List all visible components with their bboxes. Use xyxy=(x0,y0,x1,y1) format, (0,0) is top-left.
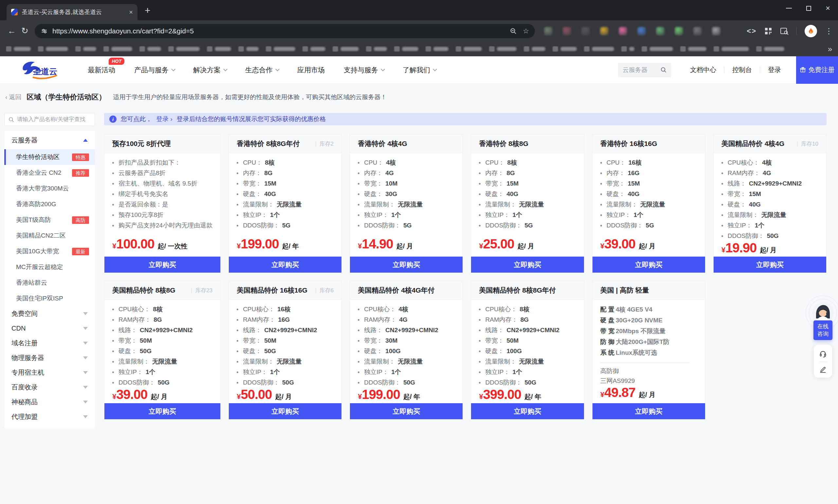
sidebar-group-0[interactable]: 免费空间 xyxy=(4,306,95,321)
buy-now-button[interactable]: 立即购买 xyxy=(229,256,341,273)
bookmark-item[interactable] xyxy=(584,46,614,52)
buy-now-button[interactable]: 立即购买 xyxy=(229,403,341,419)
sidebar-item-4[interactable]: 美国T级高防高防 xyxy=(4,212,95,228)
back-link[interactable]: ‹ 返回 xyxy=(5,93,22,102)
qr-extension-icon[interactable] xyxy=(764,27,772,35)
sidebar-group-cloud-server[interactable]: 云服务器 xyxy=(4,131,95,149)
buy-now-button[interactable]: 立即购买 xyxy=(350,403,463,419)
bookmark-item[interactable] xyxy=(333,46,359,52)
extension-icon[interactable] xyxy=(693,27,702,35)
bookmark-item[interactable] xyxy=(266,46,295,52)
back-icon[interactable]: ← xyxy=(5,26,18,36)
buy-now-button[interactable]: 立即购买 xyxy=(104,403,220,419)
reading-mode-icon[interactable] xyxy=(780,27,788,35)
sidebar-item-1[interactable]: 香港企业云 CN2推荐 xyxy=(4,165,95,181)
sidebar-item-5[interactable]: 美国精品CN2二区 xyxy=(4,228,95,244)
service-agent-avatar[interactable] xyxy=(813,303,833,323)
buy-now-button[interactable]: 立即购买 xyxy=(592,403,705,419)
buy-now-button[interactable]: 立即购买 xyxy=(104,256,220,273)
sidebar-item-9[interactable]: 美国住宅IP双ISP xyxy=(4,291,95,306)
header-search[interactable] xyxy=(618,63,671,77)
bookmark-item[interactable] xyxy=(489,46,517,52)
bookmark-item[interactable] xyxy=(524,46,545,52)
sidebar-group-2[interactable]: 域名注册 xyxy=(4,336,95,350)
sidebar-search-input[interactable] xyxy=(17,116,91,123)
bookmark-item[interactable] xyxy=(756,46,784,52)
sidebar-group-5[interactable]: 百度收录 xyxy=(4,380,95,395)
extension-icon[interactable] xyxy=(675,27,683,35)
bookmark-item[interactable] xyxy=(38,46,68,52)
register-button[interactable]: 免费注册 xyxy=(796,56,838,84)
tab-close-icon[interactable]: × xyxy=(129,8,133,16)
extension-icon[interactable] xyxy=(712,27,720,35)
header-link-1[interactable]: 控制台 xyxy=(725,66,760,74)
bookmark-item[interactable] xyxy=(75,46,96,52)
sidebar-group-7[interactable]: 代理加盟 xyxy=(4,410,95,424)
buy-now-button[interactable]: 立即购买 xyxy=(471,256,584,273)
bookmark-item[interactable] xyxy=(6,46,31,52)
sidebar-group-1[interactable]: CDN xyxy=(4,321,95,336)
pencil-icon[interactable] xyxy=(819,366,826,373)
nav-item-5[interactable]: 支持与服务 xyxy=(344,66,384,75)
extension-icon[interactable] xyxy=(600,27,608,35)
bookmark-item[interactable] xyxy=(553,46,577,52)
nav-item-3[interactable]: 生态合作 xyxy=(245,66,278,75)
extension-icon[interactable] xyxy=(656,27,664,35)
headset-icon[interactable] xyxy=(819,350,827,358)
menu-kebab-icon[interactable]: ⋮ xyxy=(825,26,833,36)
buy-now-button[interactable]: 立即购买 xyxy=(350,256,463,273)
header-link-2[interactable]: 登录 xyxy=(760,66,789,74)
bookmarks-overflow-icon[interactable]: » xyxy=(828,44,832,54)
bookmark-item[interactable] xyxy=(621,46,635,52)
bookmark-item[interactable] xyxy=(642,46,673,52)
nav-item-2[interactable]: 解决方案 xyxy=(193,66,226,75)
sidebar-item-8[interactable]: 香港站群云 xyxy=(4,275,95,291)
bookmark-item[interactable] xyxy=(366,46,387,52)
nav-item-0[interactable]: 最新活动HOT xyxy=(88,66,115,75)
window-close-icon[interactable]: × xyxy=(825,5,830,11)
extension-icon[interactable] xyxy=(619,27,627,35)
sidebar-search[interactable] xyxy=(4,113,95,126)
sidebar-item-2[interactable]: 香港大带宽300M云 xyxy=(4,181,95,196)
bookmark-item[interactable] xyxy=(302,46,325,52)
profile-avatar[interactable] xyxy=(805,25,817,37)
bookmark-item[interactable] xyxy=(140,46,161,52)
login-link[interactable]: 登录 › xyxy=(156,115,173,123)
sidebar-item-0[interactable]: 学生特价活动区特惠 xyxy=(4,149,95,165)
bookmark-item[interactable] xyxy=(168,46,200,52)
bookmark-item[interactable] xyxy=(714,46,749,52)
extension-icon[interactable] xyxy=(544,27,553,35)
sidebar-item-3[interactable]: 香港高防200G xyxy=(4,196,95,212)
site-info-icon[interactable] xyxy=(40,28,48,35)
header-link-0[interactable]: 文档中心 xyxy=(682,66,724,74)
nav-item-4[interactable]: 应用市场 xyxy=(297,66,325,75)
code-extension-icon[interactable]: <> xyxy=(747,27,756,35)
header-search-input[interactable] xyxy=(623,67,661,74)
browser-tab[interactable]: 圣道云-买云服务器,就选圣道云 × xyxy=(6,4,138,20)
reload-icon[interactable]: ↻ xyxy=(18,26,32,36)
search-icon[interactable] xyxy=(661,67,666,73)
extension-icon[interactable] xyxy=(563,27,571,35)
nav-item-6[interactable]: 了解我们 xyxy=(403,66,436,75)
bookmark-item[interactable] xyxy=(456,46,482,52)
sidebar-group-3[interactable]: 物理服务器 xyxy=(4,350,95,365)
url-text[interactable]: https://www.shengdaoyun.cn/cart?fid=2&gi… xyxy=(52,27,504,35)
window-minimize-icon[interactable] xyxy=(786,8,792,8)
extension-icon[interactable] xyxy=(637,27,646,35)
buy-now-button[interactable]: 立即购买 xyxy=(714,256,826,273)
extension-icon[interactable] xyxy=(581,27,590,35)
sidebar-group-4[interactable]: 专用宿主机 xyxy=(4,365,95,380)
online-consult-button[interactable]: 在线咨询 xyxy=(814,320,833,340)
bookmark-item[interactable] xyxy=(238,46,258,52)
sidebar-item-7[interactable]: MC开服云超稳定 xyxy=(4,259,95,275)
new-tab-button[interactable]: + xyxy=(145,6,150,15)
zoom-out-icon[interactable] xyxy=(510,28,517,35)
buy-now-button[interactable]: 立即购买 xyxy=(471,403,584,419)
nav-item-1[interactable]: 产品与服务 xyxy=(134,66,174,75)
bookmark-item[interactable] xyxy=(104,46,132,52)
bookmark-item[interactable] xyxy=(394,46,418,52)
site-logo[interactable]: 圣道云 xyxy=(18,59,68,81)
bookmark-item[interactable] xyxy=(680,46,707,52)
window-maximize-icon[interactable] xyxy=(806,6,811,11)
bookmark-item[interactable] xyxy=(426,46,448,52)
